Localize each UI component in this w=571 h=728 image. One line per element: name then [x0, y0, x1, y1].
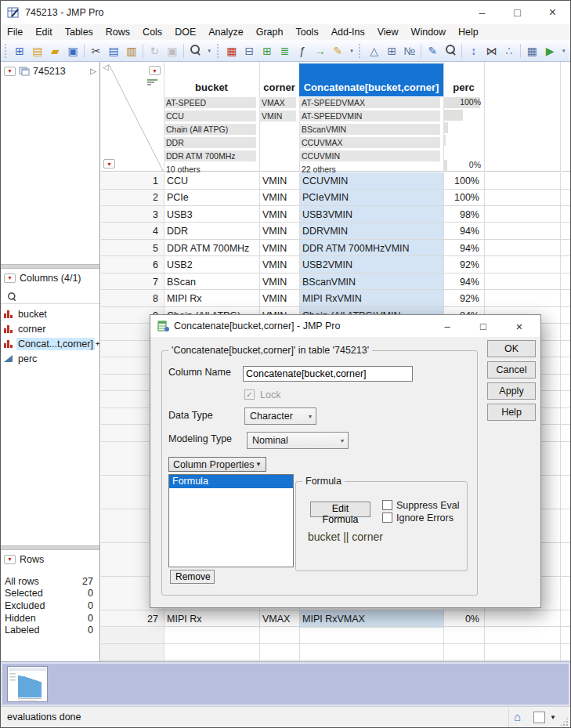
column-header-concatenate[interactable]: Concatenate[bucket,corner]: [299, 63, 443, 96]
home-icon[interactable]: ⌂: [514, 710, 521, 723]
menu-item[interactable]: Graph: [250, 24, 290, 40]
perc-histogram-row[interactable]: [443, 121, 484, 134]
corner-cell[interactable]: VMIN: [259, 257, 299, 274]
copy-icon[interactable]: ▤: [106, 42, 122, 60]
column-header-perc[interactable]: perc: [443, 62, 484, 96]
column-item[interactable]: bucket: [1, 306, 99, 321]
new-data-table-icon[interactable]: ⊞: [12, 42, 28, 60]
filter-item[interactable]: Chain (All ATPG): [164, 124, 259, 136]
menu-item[interactable]: Tables: [59, 24, 99, 40]
calculator-icon[interactable]: ▦: [524, 42, 540, 60]
row-number-cell[interactable]: 2: [101, 190, 164, 207]
column-properties-button[interactable]: Column Properties ▼: [168, 457, 266, 472]
toolbar-overflow-icon[interactable]: ▾: [205, 42, 214, 60]
corner-cell[interactable]: VMIN: [259, 223, 299, 241]
row-number-cell[interactable]: 4: [101, 223, 164, 241]
filter-item[interactable]: VMAX: [259, 97, 299, 110]
collapse-panel-icon[interactable]: ◁: [103, 63, 109, 71]
concatenate-cell[interactable]: DDR ATM 700MHzVMIN: [299, 240, 443, 257]
row-number-cell[interactable]: 5: [101, 240, 164, 257]
bucket-cell[interactable]: USB2: [164, 257, 259, 274]
perc-histogram-row[interactable]: 100%: [443, 96, 484, 109]
menu-item[interactable]: Rows: [99, 24, 136, 40]
bucket-cell[interactable]: DDR ATM 700MHz: [164, 240, 259, 257]
run-script-icon[interactable]: ▶: [542, 42, 558, 60]
column-item[interactable]: Concat...t,corner] +: [1, 336, 99, 351]
formula-icon[interactable]: ƒ: [295, 42, 311, 60]
perc-histogram-row[interactable]: 0%: [443, 159, 484, 172]
suppress-eval-checkbox[interactable]: [382, 500, 392, 510]
dialog-maximize-button[interactable]: □: [467, 315, 500, 337]
edit-formula-button[interactable]: Edit Formula: [310, 502, 370, 517]
new-journal-icon[interactable]: ▤: [30, 42, 46, 60]
table-menu-icon[interactable]: ▼: [4, 67, 16, 76]
rows-menu-icon[interactable]: ▼: [4, 555, 16, 564]
minimize-button[interactable]: –: [464, 1, 500, 24]
dialog-button[interactable]: Apply: [487, 382, 536, 400]
perc-cell[interactable]: 94%: [443, 273, 484, 291]
save-icon[interactable]: ▣: [65, 42, 81, 60]
formula-expression[interactable]: bucket || corner: [308, 531, 383, 543]
tree-view-icon[interactable]: ∴: [501, 42, 518, 60]
bucket-cell[interactable]: MIPI Rx: [164, 610, 259, 628]
column-name-input[interactable]: [243, 366, 413, 382]
menu-item[interactable]: Help: [452, 24, 485, 40]
recode-icon[interactable]: №: [402, 42, 418, 60]
table-window-thumbnail[interactable]: [7, 666, 48, 702]
corner-cell[interactable]: VMIN: [259, 172, 299, 190]
row-number-cell[interactable]: 3: [101, 206, 164, 223]
search-icon[interactable]: [187, 42, 204, 60]
corner-cell[interactable]: VMIN: [259, 291, 299, 308]
column-item[interactable]: corner: [1, 321, 99, 336]
corner-cell[interactable]: VMAX: [259, 610, 299, 628]
table-name[interactable]: 745213: [33, 66, 66, 77]
perc-cell[interactable]: 98%: [443, 206, 484, 223]
sort-table-icon[interactable]: ≣: [276, 42, 293, 60]
menu-item[interactable]: Edit: [29, 24, 59, 40]
perc-cell[interactable]: 92%: [443, 291, 484, 308]
concatenate-cell[interactable]: USB2VMIN: [299, 257, 443, 274]
dialog-button[interactable]: Help: [487, 404, 536, 421]
maximize-button[interactable]: □: [500, 1, 535, 24]
close-button[interactable]: ×: [535, 1, 570, 24]
menu-item[interactable]: Add-Ins: [325, 24, 371, 40]
resize-grip[interactable]: [559, 717, 569, 726]
row-number-cell[interactable]: 27: [101, 610, 164, 628]
status-checkbox[interactable]: [533, 712, 545, 723]
filter-item[interactable]: CCU: [164, 110, 259, 123]
toolbar-overflow-icon[interactable]: ▾: [348, 42, 356, 60]
concatenate-cell[interactable]: MIPI RxVMIN: [299, 291, 443, 308]
row-number-cell[interactable]: 6: [101, 257, 164, 274]
property-item[interactable]: Formula: [169, 475, 293, 488]
panel-divider[interactable]: [1, 545, 99, 550]
filter-item[interactable]: AT-SPEED: [164, 97, 259, 110]
remove-button[interactable]: Remove: [170, 570, 215, 584]
edit-script-icon[interactable]: ✎: [330, 42, 346, 60]
cut-icon[interactable]: ✂: [88, 42, 104, 60]
perc-histogram-row[interactable]: [443, 109, 484, 121]
concatenate-cell[interactable]: PCIeVMIN: [299, 190, 443, 207]
menu-item[interactable]: Cols: [136, 24, 168, 40]
ignore-errors-checkbox[interactable]: [382, 512, 392, 523]
panel-divider[interactable]: [1, 264, 99, 269]
perc-cell[interactable]: 100%: [443, 172, 484, 190]
perc-cell[interactable]: 0%: [443, 610, 484, 628]
row-number-cell[interactable]: 8: [101, 291, 164, 308]
perc-cell[interactable]: 94%: [443, 240, 484, 257]
data-type-select[interactable]: Character ▾: [244, 407, 316, 425]
join-tables-icon[interactable]: →: [313, 42, 329, 60]
filter-item[interactable]: 10 others: [164, 164, 259, 176]
paste-icon[interactable]: ▥: [123, 42, 139, 60]
menu-item[interactable]: Tools: [289, 24, 324, 40]
filter-item[interactable]: CCUVMAX: [299, 137, 443, 150]
dialog-close-button[interactable]: ×: [503, 315, 536, 337]
column-header-corner[interactable]: corner: [259, 62, 299, 96]
join-columns-icon[interactable]: ⋈: [483, 42, 500, 60]
toolbar-overflow-icon[interactable]: ▾: [559, 42, 568, 60]
menu-item[interactable]: Window: [405, 24, 452, 40]
dialog-button[interactable]: Cancel: [487, 361, 536, 378]
menu-item[interactable]: File: [1, 24, 29, 40]
corner-cell[interactable]: VMIN: [259, 240, 299, 257]
filter-item[interactable]: AT-SPEEDVMAX: [299, 97, 443, 110]
perc-histogram-row[interactable]: [443, 134, 484, 147]
